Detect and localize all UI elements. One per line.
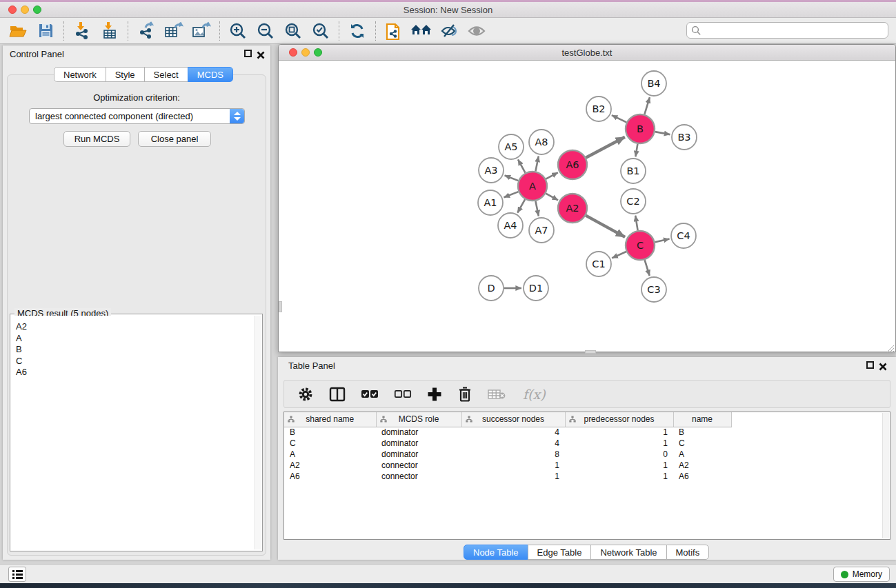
graph-node[interactable]: A1 bbox=[478, 190, 503, 215]
result-item[interactable]: C bbox=[12, 356, 261, 367]
tab-edge-table[interactable]: Edge Table bbox=[528, 545, 592, 560]
graph-edge[interactable] bbox=[518, 159, 526, 172]
table-cell[interactable]: 4 bbox=[461, 427, 565, 438]
table-scrollbar[interactable] bbox=[882, 413, 889, 538]
search-field[interactable] bbox=[686, 22, 888, 39]
export-network-icon[interactable] bbox=[135, 21, 158, 41]
graph-node[interactable]: B1 bbox=[621, 159, 646, 183]
home-layout-icon[interactable] bbox=[410, 21, 433, 41]
graph-edge[interactable] bbox=[645, 260, 650, 276]
graph-edge[interactable] bbox=[586, 137, 625, 158]
graph-edge[interactable] bbox=[635, 144, 637, 157]
open-file-icon[interactable] bbox=[6, 21, 30, 41]
zoom-fit-icon[interactable] bbox=[281, 21, 305, 41]
graph-edge[interactable] bbox=[535, 156, 538, 172]
close-panel-button[interactable]: Close panel bbox=[138, 131, 211, 147]
graph-node[interactable]: D1 bbox=[524, 276, 548, 301]
refresh-icon[interactable] bbox=[346, 21, 369, 41]
graph-node[interactable]: B4 bbox=[641, 71, 666, 96]
table-cell[interactable]: A bbox=[284, 449, 376, 460]
table-row[interactable]: Adominator80A bbox=[284, 449, 731, 460]
graph-node[interactable]: A6 bbox=[558, 150, 587, 179]
save-session-icon[interactable] bbox=[34, 21, 57, 41]
graph-node[interactable]: C bbox=[626, 231, 655, 260]
select-all-checkboxes-icon[interactable] bbox=[361, 389, 379, 398]
graph-node[interactable]: A8 bbox=[529, 130, 554, 154]
graph-node[interactable]: A7 bbox=[529, 218, 554, 243]
zoom-in-icon[interactable] bbox=[226, 21, 250, 41]
graph-edge[interactable] bbox=[655, 132, 670, 134]
graph-node[interactable]: B bbox=[626, 114, 655, 143]
table-cell[interactable]: C bbox=[284, 438, 376, 449]
table-row[interactable]: A6connector11A6 bbox=[284, 471, 731, 482]
graph-node[interactable]: A2 bbox=[558, 194, 587, 223]
table-cell[interactable]: 1 bbox=[461, 471, 565, 482]
show-graphics-details-icon[interactable] bbox=[437, 21, 461, 41]
run-mcds-button[interactable]: Run MCDS bbox=[63, 131, 130, 147]
graph-node[interactable]: A bbox=[518, 172, 547, 201]
column-header-name[interactable]: name bbox=[673, 412, 731, 427]
horizontal-scrollbar-stub[interactable] bbox=[585, 350, 596, 354]
zoom-selected-icon[interactable] bbox=[309, 21, 332, 41]
result-list-scrollbar[interactable] bbox=[254, 316, 261, 549]
table-cell[interactable]: dominator bbox=[376, 427, 461, 438]
table-cell[interactable]: 0 bbox=[565, 449, 673, 460]
graph-node[interactable]: D bbox=[479, 276, 504, 301]
graph-edge[interactable] bbox=[586, 216, 625, 237]
table-cell[interactable]: connector bbox=[376, 471, 461, 482]
graph-node[interactable]: A5 bbox=[499, 134, 524, 159]
optimization-criterion-select[interactable]: largest connected component (directed) bbox=[29, 108, 245, 124]
tab-select[interactable]: Select bbox=[144, 67, 188, 82]
tab-network-table[interactable]: Network Table bbox=[590, 545, 666, 560]
table-cell[interactable]: dominator bbox=[376, 438, 461, 449]
clone-network-icon[interactable] bbox=[382, 21, 406, 41]
close-panel-icon[interactable] bbox=[257, 50, 265, 58]
graph-edge[interactable] bbox=[655, 239, 670, 243]
export-table-icon[interactable] bbox=[162, 21, 186, 41]
table-row[interactable]: Bdominator41B bbox=[284, 427, 731, 438]
tab-motifs[interactable]: Motifs bbox=[666, 545, 710, 560]
graph-edge[interactable] bbox=[644, 97, 650, 114]
deselect-all-checkboxes-icon[interactable] bbox=[394, 389, 412, 398]
graph-edge[interactable] bbox=[504, 192, 519, 197]
graph-node[interactable]: C4 bbox=[671, 223, 696, 248]
table-cell[interactable]: A6 bbox=[284, 471, 376, 482]
graph-node[interactable]: C2 bbox=[621, 189, 646, 214]
column-header-shared-name[interactable]: shared name bbox=[284, 412, 376, 427]
export-image-icon[interactable] bbox=[190, 21, 213, 41]
create-column-plus-icon[interactable] bbox=[427, 387, 442, 402]
table-cell[interactable]: A bbox=[673, 449, 731, 460]
float-panel-icon[interactable] bbox=[244, 50, 252, 57]
hide-graphics-details-icon[interactable] bbox=[465, 21, 488, 41]
graph-node[interactable]: A3 bbox=[479, 158, 504, 183]
table-cell[interactable]: 4 bbox=[461, 438, 565, 449]
graph-edge[interactable] bbox=[546, 194, 558, 201]
float-panel-icon[interactable] bbox=[866, 361, 874, 369]
graph-edge[interactable] bbox=[546, 172, 557, 179]
table-cell[interactable]: 1 bbox=[565, 438, 673, 449]
table-cell[interactable]: B bbox=[284, 427, 376, 438]
delete-column-trash-icon[interactable] bbox=[457, 386, 472, 403]
result-item[interactable]: B bbox=[12, 344, 261, 356]
table-cell[interactable]: dominator bbox=[376, 449, 461, 460]
vertical-scrollbar-stub[interactable] bbox=[279, 301, 282, 312]
table-cell[interactable]: A2 bbox=[284, 460, 376, 471]
table-cell[interactable]: 1 bbox=[565, 471, 673, 482]
graph-node[interactable]: B2 bbox=[586, 97, 611, 121]
tab-mcds[interactable]: MCDS bbox=[188, 67, 233, 82]
graph-node[interactable]: C1 bbox=[586, 252, 611, 276]
table-settings-gear-icon[interactable] bbox=[297, 386, 314, 403]
tab-node-table[interactable]: Node Table bbox=[464, 545, 528, 560]
graph-edge[interactable] bbox=[612, 115, 626, 122]
column-header-MCDS-role[interactable]: MCDS role bbox=[376, 412, 461, 427]
network-canvas[interactable]: B4B2BB3A5A8A6A3B1AC2A1A2A4A7C4CC1DD1C3 bbox=[279, 61, 895, 352]
table-cell[interactable]: A6 bbox=[673, 471, 731, 482]
graph-edge[interactable] bbox=[635, 216, 637, 231]
import-table-icon[interactable] bbox=[98, 21, 121, 41]
mcds-result-list[interactable]: A2ABCA6 bbox=[12, 316, 261, 549]
graph-edge[interactable] bbox=[612, 252, 626, 258]
table-cell[interactable]: 1 bbox=[461, 460, 565, 471]
table-cell[interactable]: C bbox=[673, 438, 731, 449]
table-cell[interactable]: 1 bbox=[565, 460, 673, 471]
resize-grip-icon[interactable] bbox=[886, 345, 895, 353]
